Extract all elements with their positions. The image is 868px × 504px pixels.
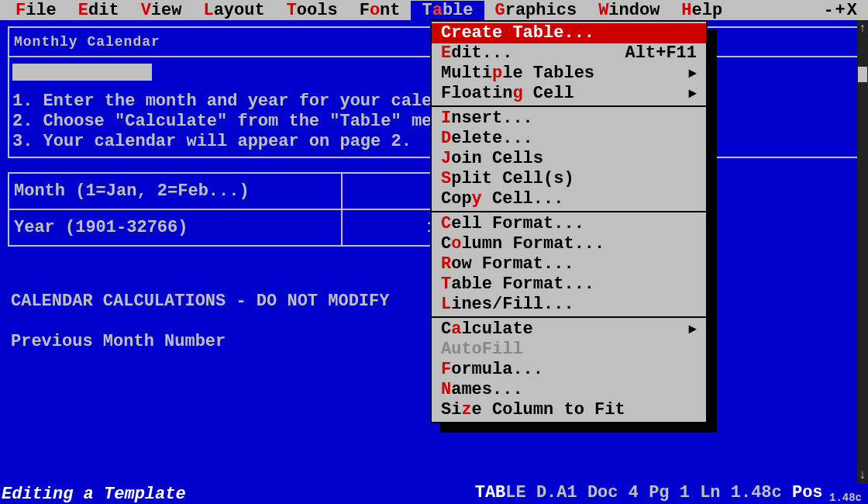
scroll-thumb[interactable] xyxy=(858,67,867,82)
menu-help[interactable]: Help xyxy=(670,1,733,20)
menu-group: Insert...Delete...Join CellsSplit Cell(s… xyxy=(432,107,706,212)
status-right: TABLE D.A1 Doc 4 Pg 1 Ln 1.48c Pos 1.48c xyxy=(475,483,868,504)
menu-item-cell-format[interactable]: Cell Format... xyxy=(432,214,706,234)
menu-group: Cell Format...Column Format...Row Format… xyxy=(432,212,706,318)
menu-item-create-table[interactable]: Create Table... xyxy=(432,23,706,43)
menu-table[interactable]: Table xyxy=(411,1,484,20)
menu-font[interactable]: Font xyxy=(349,1,412,20)
menu-item-delete[interactable]: Delete... xyxy=(432,129,706,149)
menu-group: Create Table...Edit...Alt+F11Multiple Ta… xyxy=(432,22,706,107)
menu-item-join-cells[interactable]: Join Cells xyxy=(432,149,706,169)
menu-item-floating-cell[interactable]: Floating Cell► xyxy=(432,84,706,104)
status-table-bold: TAB xyxy=(475,483,506,502)
menu-item-calculate[interactable]: Calculate► xyxy=(432,319,706,340)
menu-item-size-column-to-fit[interactable]: Size Column to Fit xyxy=(432,400,706,420)
submenu-arrow-icon: ► xyxy=(688,84,697,104)
menu-file[interactable]: File xyxy=(5,1,67,20)
text-cursor-block xyxy=(12,64,152,81)
table-menu-dropdown[interactable]: Create Table...Edit...Alt+F11Multiple Ta… xyxy=(430,20,708,423)
menu-item-lines-fill[interactable]: Lines/Fill... xyxy=(432,295,706,315)
menubar: FileEditViewLayoutToolsFontTableGraphics… xyxy=(0,0,868,20)
menu-tools[interactable]: Tools xyxy=(276,1,349,20)
statusbar: Editing a Template TABLE D.A1 Doc 4 Pg 1… xyxy=(0,484,868,504)
status-pos-value: 1.48c xyxy=(823,492,862,504)
menu-group: Calculate►AutoFillFormula...Names...Size… xyxy=(432,318,706,422)
menu-graphics[interactable]: Graphics xyxy=(484,1,588,20)
scroll-up-icon[interactable]: ↑ xyxy=(859,22,866,36)
scroll-down-icon[interactable]: ↓ xyxy=(859,468,866,482)
status-location: LE D.A1 Doc 4 Pg 1 Ln 1.48c xyxy=(505,483,792,502)
menu-item-row-format[interactable]: Row Format... xyxy=(432,254,706,274)
submenu-arrow-icon: ► xyxy=(688,64,697,84)
menu-item-multiple-tables[interactable]: Multiple Tables► xyxy=(432,64,706,84)
submenu-arrow-icon: ► xyxy=(688,319,697,340)
input-table: Month (1=Jan, 2=Feb...) Year (1901-32766… xyxy=(8,172,442,247)
menu-edit[interactable]: Edit xyxy=(67,1,130,20)
menu-item-split-cell-s[interactable]: Split Cell(s) xyxy=(432,169,706,189)
month-value-cell[interactable] xyxy=(341,174,442,210)
menu-item-formula[interactable]: Formula... xyxy=(432,360,706,380)
shortcut-label: Alt+F11 xyxy=(625,43,697,64)
vertical-scrollbar[interactable]: ↑ ↓ xyxy=(857,20,868,484)
menu-view[interactable]: View xyxy=(130,1,193,20)
year-value-cell[interactable]: 1 xyxy=(341,210,442,245)
menu-layout[interactable]: Layout xyxy=(192,1,275,20)
menu-item-copy-cell[interactable]: Copy Cell... xyxy=(432,189,706,209)
menu-item-names[interactable]: Names... xyxy=(432,380,706,400)
menu-window[interactable]: Window xyxy=(587,1,670,20)
menu-item-column-format[interactable]: Column Format... xyxy=(432,234,706,254)
status-left: Editing a Template xyxy=(0,485,186,504)
year-label-cell: Year (1901-32766) xyxy=(9,210,341,245)
status-pos-bold: Pos xyxy=(792,483,823,502)
window-controls[interactable]: -+X xyxy=(823,1,863,20)
month-label-cell: Month (1=Jan, 2=Feb...) xyxy=(9,174,341,210)
menu-item-autofill: AutoFill xyxy=(432,340,706,360)
menu-item-insert[interactable]: Insert... xyxy=(432,109,706,129)
menu-item-table-format[interactable]: Table Format... xyxy=(432,274,706,295)
menu-item-edit[interactable]: Edit...Alt+F11 xyxy=(432,43,706,64)
